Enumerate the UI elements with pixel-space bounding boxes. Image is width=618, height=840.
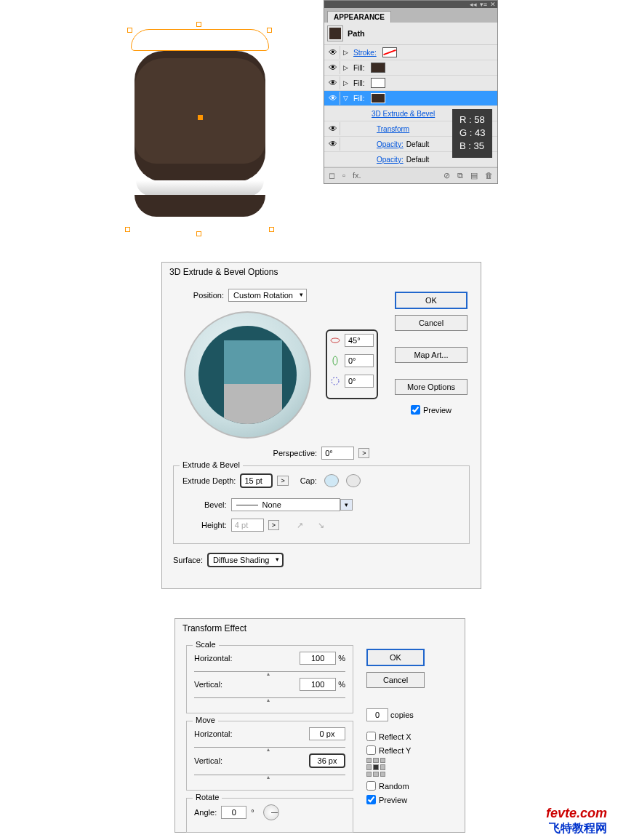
map-art-button[interactable]: Map Art... [395,347,467,363]
cookie-bottom-shape [135,195,265,217]
visibility-icon[interactable]: 👁 [326,76,340,89]
panel-collapse-icon[interactable]: ◂◂ [470,1,477,8]
dialog-title: 3D Extrude & Bevel Options [162,263,481,281]
section-legend: Extrude & Bevel [180,460,243,469]
preview-label: Preview [423,406,452,415]
reflect-x-checkbox[interactable]: Reflect X [366,732,454,741]
scale-h-input[interactable] [300,652,336,665]
reflect-y-checkbox[interactable]: Reflect Y [366,745,454,755]
watermark-cn: 飞特教程网 [546,821,607,836]
extrude-depth-input[interactable] [240,473,273,488]
selection-handle[interactable] [127,28,132,33]
rotate-y-input[interactable] [345,354,374,367]
move-h-label: Horizontal: [194,729,233,738]
scale-v-input[interactable] [300,678,336,691]
path-swatch [327,25,343,41]
extrude-dialog: 3D Extrude & Bevel Options Position: Cus… [161,262,481,589]
fill-row-2[interactable]: 👁 ▷ Fill: [324,76,497,91]
opacity-label[interactable]: Opacity: [377,156,404,164]
move-v-input[interactable] [309,753,345,768]
fill-color-swatch[interactable] [371,78,385,88]
rotation-trackball[interactable] [184,311,311,439]
selection-handle[interactable] [267,28,272,33]
angle-dial[interactable] [263,804,279,820]
bevel-out-icon[interactable]: ↘ [318,521,324,530]
depth-stepper[interactable]: > [277,476,288,486]
cancel-button[interactable]: Cancel [395,315,467,331]
fill-color-swatch[interactable] [371,93,385,103]
appearance-header: Path [324,23,497,45]
stroke-row[interactable]: 👁 ▷ Stroke: [324,45,497,60]
cancel-button[interactable]: Cancel [366,672,425,688]
delete-icon[interactable]: 🗑 [485,171,493,180]
new-fill-icon[interactable]: ◻ [329,171,335,180]
expand-icon[interactable]: ▷ [343,64,350,71]
selection-handle[interactable] [269,227,274,232]
watermark: fevte.com 飞特教程网 [546,806,607,836]
collapse-icon[interactable]: ▽ [343,95,350,102]
angle-input[interactable] [221,806,246,819]
panel-menu-icon[interactable]: ▾≡ [480,1,487,8]
visibility-icon[interactable]: 👁 [326,122,340,135]
position-dropdown[interactable]: Custom Rotation [228,289,307,302]
stroke-label[interactable]: Stroke: [353,49,377,57]
preview-checkbox[interactable]: Preview [366,795,454,804]
move-h-slider[interactable] [194,743,345,748]
more-options-button[interactable]: More Options [395,379,467,395]
bevel-dropdown[interactable]: None [231,498,340,511]
rotate-z-input[interactable] [345,375,374,388]
fill-row-1[interactable]: 👁 ▷ Fill: [324,60,497,76]
fx-icon[interactable]: fx. [353,171,361,180]
perspective-input[interactable] [321,447,354,460]
cap-off-button[interactable] [346,474,361,487]
preview-check[interactable] [411,405,420,415]
perspective-stepper[interactable]: > [358,448,369,458]
visibility-icon[interactable]: 👁 [326,46,340,59]
clear-icon[interactable]: ⊘ [444,171,450,180]
fill-row-selected[interactable]: 👁 ▽ Fill: [324,91,497,106]
scale-h-label: Horizontal: [194,654,233,663]
selection-handle[interactable] [125,227,130,232]
bevel-height-input[interactable] [231,519,264,532]
expand-icon[interactable]: ▷ [343,79,350,87]
watermark-url: fevte.com [546,806,607,821]
visibility-icon[interactable]: 👁 [326,61,340,74]
opacity-label[interactable]: Opacity: [377,140,404,148]
rotate-x-input[interactable] [345,334,374,347]
fill-label: Fill: [353,64,365,72]
duplicate-icon[interactable]: ⧉ [457,171,463,180]
new-stroke-icon[interactable]: ▫ [342,171,345,180]
expand-icon[interactable]: ▷ [343,49,350,56]
scale-v-slider[interactable] [194,694,345,698]
transform-effect-link[interactable]: Transform [377,125,409,133]
surface-dropdown[interactable]: Diffuse Shading [207,553,284,567]
preview-checkbox[interactable]: Preview [411,405,452,415]
fill-color-swatch[interactable] [371,63,385,73]
opacity-value: Default [406,140,430,148]
extrude-effect-link[interactable]: 3D Extrude & Bevel [372,110,435,118]
bevel-in-icon[interactable]: ↗ [297,521,303,530]
selection-handle[interactable] [196,231,201,236]
height-stepper[interactable]: > [268,520,279,530]
cap-on-button[interactable] [324,474,339,487]
panel-footer: ◻ ▫ fx. ⊘ ⧉ ▤ 🗑 [324,167,497,183]
svg-point-1 [333,356,337,365]
selection-center[interactable] [198,115,203,120]
move-v-slider[interactable] [194,771,345,775]
stroke-color-none[interactable] [382,47,397,57]
ok-button[interactable]: OK [366,649,425,666]
panel-close-icon[interactable]: ✕ [490,1,496,8]
new-icon[interactable]: ▤ [470,171,478,180]
ok-button[interactable]: OK [395,292,467,309]
bevel-value: None [262,500,281,509]
position-label: Position: [173,291,224,300]
move-h-input[interactable] [309,727,345,740]
visibility-icon[interactable]: 👁 [326,137,340,151]
visibility-icon[interactable]: 👁 [326,92,340,105]
appearance-tab[interactable]: APPEARANCE [327,11,391,23]
anchor-point-grid[interactable] [366,758,385,777]
selection-handle[interactable] [196,22,201,27]
copies-input[interactable] [366,708,388,721]
scale-h-slider[interactable] [194,668,345,672]
random-checkbox[interactable]: Random [366,781,454,791]
